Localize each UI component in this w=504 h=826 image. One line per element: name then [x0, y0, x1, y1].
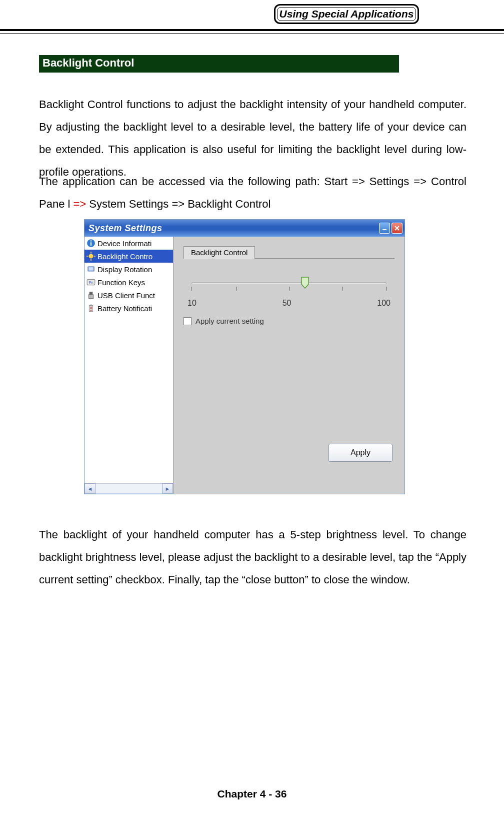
sidebar-item-label: Device Informati	[98, 239, 152, 248]
titlebar[interactable]: System Settings	[84, 220, 404, 237]
brightness-icon	[86, 252, 96, 261]
brightness-slider[interactable]	[184, 275, 394, 296]
scroll-right-icon[interactable]: ►	[162, 483, 173, 494]
fn-key-icon: Fn	[86, 278, 96, 287]
svg-rect-16	[90, 305, 92, 306]
slider-tick	[236, 287, 237, 291]
slider-min-label: 10	[188, 299, 196, 308]
info-icon	[86, 239, 96, 248]
system-settings-window: System Settings Device Informati	[84, 219, 405, 494]
svg-rect-18	[90, 310, 92, 311]
header-badge: Using Special Applications	[274, 4, 419, 24]
titlebar-buttons	[379, 223, 402, 234]
sidebar-item-label: Battery Notificati	[98, 304, 152, 313]
paragraph-path-red: =>	[74, 198, 86, 210]
sidebar-item-battery-notification[interactable]: Battery Notificati	[84, 302, 173, 315]
svg-text:Fn: Fn	[88, 280, 93, 285]
paragraph-path: The application can be accessed via the …	[39, 170, 466, 215]
window-title: System Settings	[88, 223, 162, 234]
sidebar: Device Informati Backlight Contro Displa…	[84, 237, 174, 494]
section-title-text: Backlight Control	[42, 57, 134, 69]
apply-button[interactable]: Apply	[328, 444, 392, 462]
sidebar-item-display-rotation[interactable]: Display Rotation	[84, 263, 173, 276]
svg-rect-14	[89, 295, 94, 299]
sidebar-item-label: Display Rotation	[98, 265, 152, 274]
sidebar-item-label: Backlight Contro	[98, 252, 152, 261]
sidebar-item-function-keys[interactable]: Fn Function Keys	[84, 276, 173, 289]
close-button[interactable]	[392, 223, 402, 234]
paragraph-path-suffix: System Settings => Backlight Control	[86, 198, 270, 210]
sidebar-item-label: Function Keys	[98, 278, 145, 287]
usb-icon	[86, 291, 96, 300]
header-rule-thick	[0, 29, 504, 31]
header-rule-thin	[0, 33, 504, 34]
window-body: Device Informati Backlight Contro Displa…	[84, 237, 404, 494]
page-footer: Chapter 4 - 36	[0, 788, 504, 800]
svg-rect-2	[90, 242, 92, 246]
svg-rect-17	[90, 307, 92, 310]
sidebar-item-label: USB Client Funct	[98, 291, 155, 300]
scroll-left-icon[interactable]: ◄	[84, 483, 96, 494]
minimize-button[interactable]	[379, 223, 390, 234]
slider-thumb[interactable]	[300, 276, 310, 289]
slider-labels: 10 50 100	[188, 299, 390, 308]
slider-tick	[289, 287, 290, 291]
checkbox-icon[interactable]	[184, 317, 192, 325]
checkbox-label: Apply current setting	[196, 317, 264, 325]
settings-panel: Backlight Control 10 50 100 Appl	[174, 237, 404, 494]
paragraph-instructions: The backlight of your handheld computer …	[39, 523, 466, 591]
apply-current-setting-row[interactable]: Apply current setting	[184, 317, 394, 325]
slider-tick	[342, 287, 342, 291]
slider-mid-label: 50	[282, 299, 292, 308]
display-icon	[86, 265, 96, 274]
scroll-track[interactable]	[96, 483, 162, 494]
svg-rect-10	[88, 267, 94, 271]
slider-tick	[192, 287, 192, 291]
section-title: Backlight Control	[39, 55, 399, 73]
slider-max-label: 100	[377, 299, 390, 308]
slider-track[interactable]	[192, 282, 386, 284]
tab-backlight-control[interactable]: Backlight Control	[184, 246, 255, 259]
header-badge-text: Using Special Applications	[280, 8, 414, 20]
sidebar-hscrollbar[interactable]: ◄ ►	[84, 483, 173, 494]
sidebar-list: Device Informati Backlight Contro Displa…	[84, 237, 173, 483]
sidebar-item-backlight-control[interactable]: Backlight Contro	[84, 250, 173, 263]
svg-rect-0	[382, 229, 386, 230]
svg-rect-3	[90, 240, 92, 241]
apply-button-label: Apply	[350, 448, 370, 457]
slider-tick	[386, 287, 386, 291]
battery-alert-icon	[86, 304, 96, 313]
svg-point-4	[89, 254, 94, 259]
svg-rect-13	[90, 292, 93, 295]
sidebar-item-device-information[interactable]: Device Informati	[84, 237, 173, 250]
sidebar-item-usb-client[interactable]: USB Client Funct	[84, 289, 173, 302]
